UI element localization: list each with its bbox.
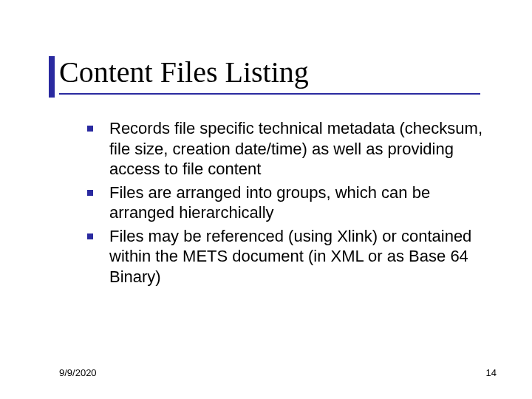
slide: Content Files Listing Records file speci… [0, 0, 532, 399]
footer-page-number: 14 [486, 367, 497, 378]
title-container: Content Files Listing [59, 56, 502, 93]
title-accent-bar [49, 56, 55, 98]
bullet-text: Records file specific technical metadata… [109, 119, 482, 178]
slide-body: Records file specific technical metadata… [81, 118, 488, 290]
bullet-text: Files are arranged into groups, which ca… [109, 183, 430, 222]
square-bullet-icon [87, 126, 93, 132]
bullet-list: Records file specific technical metadata… [81, 118, 488, 287]
list-item: Files are arranged into groups, which ca… [81, 183, 488, 223]
list-item: Records file specific technical metadata… [81, 118, 488, 180]
footer-date: 9/9/2020 [59, 367, 97, 378]
list-item: Files may be referenced (using Xlink) or… [81, 226, 488, 287]
slide-title: Content Files Listing [59, 56, 502, 93]
bullet-text: Files may be referenced (using Xlink) or… [109, 227, 471, 286]
title-underline [59, 93, 480, 95]
square-bullet-icon [87, 190, 93, 196]
square-bullet-icon [87, 233, 93, 239]
